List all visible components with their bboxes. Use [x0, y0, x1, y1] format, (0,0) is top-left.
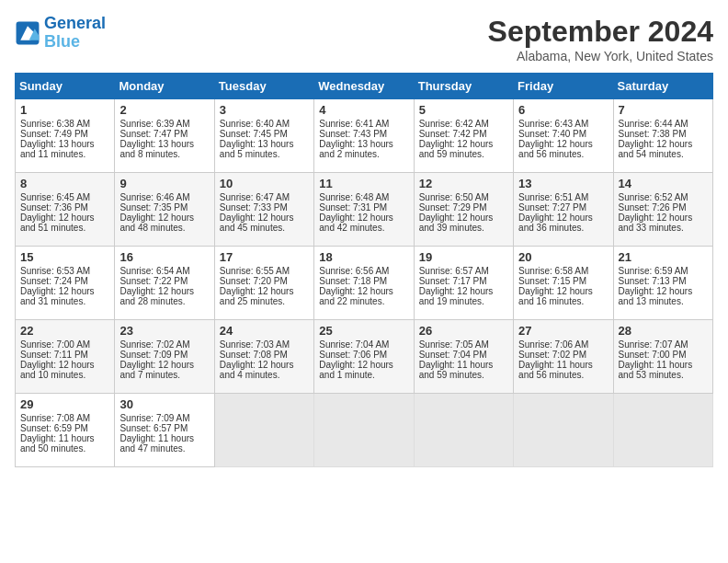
sunset-text: Sunset: 7:09 PM — [119, 350, 188, 360]
calendar-cell: 26Sunrise: 7:05 AMSunset: 7:04 PMDayligh… — [414, 320, 513, 394]
calendar-cell: 12Sunrise: 6:50 AMSunset: 7:29 PMDayligh… — [414, 173, 513, 247]
sunrise-text: Sunrise: 7:09 AM — [119, 413, 189, 423]
calendar-cell: 27Sunrise: 7:06 AMSunset: 7:02 PMDayligh… — [514, 320, 613, 394]
col-header-friday: Friday — [514, 74, 613, 99]
day-number: 29 — [20, 397, 109, 411]
logo-text: General Blue — [44, 15, 106, 52]
sunset-text: Sunset: 7:15 PM — [518, 276, 586, 286]
calendar-cell: 22Sunrise: 7:00 AMSunset: 7:11 PMDayligh… — [16, 320, 115, 394]
daylight-text: Daylight: 12 hours and 33 minutes. — [619, 213, 693, 233]
sunrise-text: Sunrise: 6:38 AM — [20, 119, 90, 129]
col-header-sunday: Sunday — [16, 74, 115, 99]
sunset-text: Sunset: 7:02 PM — [518, 350, 586, 360]
calendar-cell: 5Sunrise: 6:42 AMSunset: 7:42 PMDaylight… — [414, 99, 513, 173]
sunset-text: Sunset: 7:13 PM — [619, 276, 687, 286]
sunrise-text: Sunrise: 7:05 AM — [419, 339, 489, 350]
calendar-cell: 16Sunrise: 6:54 AMSunset: 7:22 PMDayligh… — [115, 247, 214, 320]
calendar-cell: 11Sunrise: 6:48 AMSunset: 7:31 PMDayligh… — [314, 173, 414, 247]
calendar-cell: 2Sunrise: 6:39 AMSunset: 7:47 PMDaylight… — [115, 99, 214, 173]
sunset-text: Sunset: 6:57 PM — [119, 423, 188, 433]
sunrise-text: Sunrise: 6:59 AM — [619, 266, 688, 276]
sunset-text: Sunset: 7:38 PM — [619, 129, 687, 139]
calendar-cell: 6Sunrise: 6:43 AMSunset: 7:40 PMDaylight… — [514, 99, 613, 173]
calendar-subtitle: Alabama, New York, United States — [488, 49, 713, 63]
calendar-cell: 14Sunrise: 6:52 AMSunset: 7:26 PMDayligh… — [613, 173, 712, 247]
day-number: 7 — [619, 103, 708, 117]
daylight-text: Daylight: 12 hours and 7 minutes. — [119, 360, 194, 380]
sunset-text: Sunset: 7:47 PM — [119, 129, 188, 139]
day-number: 28 — [619, 324, 708, 338]
sunrise-text: Sunrise: 6:47 AM — [220, 192, 290, 202]
title-block: September 2024 Alabama, New York, United… — [488, 15, 713, 63]
daylight-text: Daylight: 12 hours and 54 minutes. — [619, 139, 693, 159]
daylight-text: Daylight: 12 hours and 51 minutes. — [20, 213, 95, 233]
sunrise-text: Sunrise: 6:56 AM — [319, 266, 389, 276]
sunset-text: Sunset: 7:49 PM — [20, 129, 88, 139]
daylight-text: Daylight: 12 hours and 45 minutes. — [220, 213, 294, 233]
calendar-cell: 13Sunrise: 6:51 AMSunset: 7:27 PMDayligh… — [514, 173, 613, 247]
daylight-text: Daylight: 12 hours and 10 minutes. — [20, 360, 95, 380]
calendar-cell: 20Sunrise: 6:58 AMSunset: 7:15 PMDayligh… — [514, 247, 613, 320]
col-header-tuesday: Tuesday — [214, 74, 313, 99]
daylight-text: Daylight: 12 hours and 22 minutes. — [319, 286, 393, 306]
daylight-text: Daylight: 11 hours and 56 minutes. — [518, 360, 593, 380]
daylight-text: Daylight: 12 hours and 13 minutes. — [619, 286, 693, 306]
week-row-4: 29Sunrise: 7:08 AMSunset: 6:59 PMDayligh… — [16, 394, 713, 467]
day-number: 23 — [119, 324, 209, 338]
calendar-cell: 30Sunrise: 7:09 AMSunset: 6:57 PMDayligh… — [115, 394, 214, 467]
calendar-cell: 18Sunrise: 6:56 AMSunset: 7:18 PMDayligh… — [314, 247, 414, 320]
calendar-title: September 2024 — [488, 15, 713, 49]
sunrise-text: Sunrise: 6:48 AM — [319, 192, 389, 202]
calendar-cell: 7Sunrise: 6:44 AMSunset: 7:38 PMDaylight… — [613, 99, 712, 173]
daylight-text: Daylight: 13 hours and 8 minutes. — [119, 139, 194, 159]
sunrise-text: Sunrise: 6:58 AM — [518, 266, 588, 276]
daylight-text: Daylight: 13 hours and 11 minutes. — [20, 139, 95, 159]
daylight-text: Daylight: 13 hours and 2 minutes. — [319, 139, 393, 159]
day-number: 25 — [319, 324, 408, 338]
daylight-text: Daylight: 12 hours and 4 minutes. — [220, 360, 294, 380]
sunrise-text: Sunrise: 6:45 AM — [20, 192, 90, 202]
day-number: 11 — [319, 177, 408, 190]
calendar-cell: 9Sunrise: 6:46 AMSunset: 7:35 PMDaylight… — [115, 173, 214, 247]
day-number: 14 — [619, 177, 708, 190]
sunset-text: Sunset: 7:33 PM — [220, 202, 288, 213]
sunset-text: Sunset: 7:42 PM — [419, 129, 487, 139]
calendar-cell: 29Sunrise: 7:08 AMSunset: 6:59 PMDayligh… — [16, 394, 115, 467]
daylight-text: Daylight: 12 hours and 48 minutes. — [119, 213, 194, 233]
sunrise-text: Sunrise: 6:41 AM — [319, 119, 389, 129]
sunrise-text: Sunrise: 6:44 AM — [619, 119, 688, 129]
sunrise-text: Sunrise: 7:07 AM — [619, 339, 688, 350]
daylight-text: Daylight: 12 hours and 25 minutes. — [220, 286, 294, 306]
sunset-text: Sunset: 7:08 PM — [220, 350, 288, 360]
calendar-cell: 24Sunrise: 7:03 AMSunset: 7:08 PMDayligh… — [214, 320, 313, 394]
calendar-cell: 28Sunrise: 7:07 AMSunset: 7:00 PMDayligh… — [613, 320, 712, 394]
day-number: 21 — [619, 250, 708, 264]
day-number: 9 — [119, 177, 209, 190]
daylight-text: Daylight: 12 hours and 19 minutes. — [419, 286, 494, 306]
day-number: 3 — [220, 103, 309, 117]
col-header-thursday: Thursday — [414, 74, 513, 99]
sunset-text: Sunset: 7:26 PM — [619, 202, 687, 213]
daylight-text: Daylight: 12 hours and 1 minute. — [319, 360, 393, 380]
daylight-text: Daylight: 11 hours and 59 minutes. — [419, 360, 494, 380]
day-number: 8 — [20, 177, 109, 190]
sunrise-text: Sunrise: 7:03 AM — [220, 339, 290, 350]
sunset-text: Sunset: 7:31 PM — [319, 202, 387, 213]
calendar-cell: 8Sunrise: 6:45 AMSunset: 7:36 PMDaylight… — [16, 173, 115, 247]
day-number: 1 — [20, 103, 109, 117]
sunset-text: Sunset: 7:24 PM — [20, 276, 88, 286]
sunrise-text: Sunrise: 6:57 AM — [419, 266, 489, 276]
day-number: 27 — [518, 324, 608, 338]
page-header: General Blue September 2024 Alabama, New… — [15, 15, 713, 63]
calendar-cell — [514, 394, 613, 467]
calendar-cell — [613, 394, 712, 467]
sunset-text: Sunset: 7:40 PM — [518, 129, 586, 139]
sunrise-text: Sunrise: 6:52 AM — [619, 192, 688, 202]
calendar-cell: 23Sunrise: 7:02 AMSunset: 7:09 PMDayligh… — [115, 320, 214, 394]
day-number: 22 — [20, 324, 109, 338]
week-row-2: 15Sunrise: 6:53 AMSunset: 7:24 PMDayligh… — [16, 247, 713, 320]
calendar-cell: 4Sunrise: 6:41 AMSunset: 7:43 PMDaylight… — [314, 99, 414, 173]
day-number: 30 — [119, 397, 209, 411]
sunset-text: Sunset: 7:22 PM — [119, 276, 188, 286]
calendar-header: SundayMondayTuesdayWednesdayThursdayFrid… — [16, 74, 713, 99]
